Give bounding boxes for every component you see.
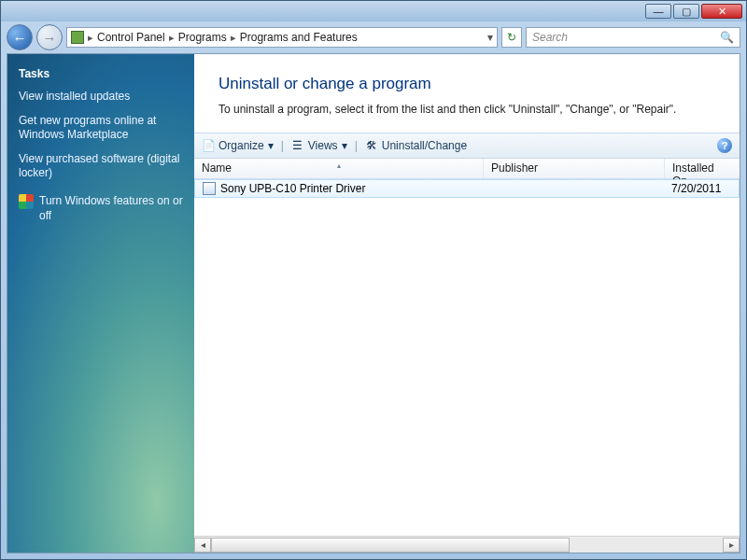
sidebar: Tasks View installed updates Get new pro…: [7, 54, 194, 553]
column-name[interactable]: Name ▴: [194, 159, 484, 178]
scroll-left-button[interactable]: ◂: [194, 538, 211, 553]
search-input[interactable]: Search 🔍: [526, 27, 740, 48]
search-placeholder: Search: [532, 31, 568, 44]
address-dropdown-icon[interactable]: ▾: [487, 31, 493, 44]
sort-asc-icon: ▴: [337, 161, 341, 170]
program-icon: [203, 182, 216, 195]
minimize-button[interactable]: —: [645, 4, 671, 19]
back-arrow-icon: [13, 30, 27, 46]
shield-icon: [19, 194, 34, 209]
views-label: Views: [308, 139, 338, 152]
location-icon: [71, 31, 84, 44]
column-installed-on[interactable]: Installed On: [665, 159, 740, 178]
program-list: Sony UPB-C10 Printer Driver 7/20/2011: [194, 179, 740, 536]
nav-row: ▸ Control Panel ▸ Programs ▸ Programs an…: [1, 21, 746, 53]
task-digital-locker[interactable]: View purchased software (digital locker): [19, 152, 183, 181]
scroll-track[interactable]: [211, 538, 723, 553]
views-button[interactable]: ☰ Views ▾: [291, 139, 347, 152]
content-pane: Uninstall or change a program To uninsta…: [194, 54, 740, 553]
forward-button[interactable]: [36, 24, 63, 50]
maximize-button[interactable]: ▢: [673, 4, 699, 19]
close-button[interactable]: ✕: [701, 4, 742, 19]
forward-arrow-icon: [43, 30, 57, 46]
explorer-window: — ▢ ✕ ▸ Control Panel ▸ Programs ▸ Progr…: [0, 0, 747, 560]
page-title: Uninstall or change a program: [194, 54, 740, 99]
toolbar: 📄 Organize ▾ | ☰ Views ▾ | 🛠 Uninstall/C…: [194, 133, 740, 159]
chevron-right-icon: ▸: [88, 32, 93, 44]
breadcrumb-segment[interactable]: Programs and Features: [240, 31, 358, 44]
help-button[interactable]: ?: [717, 138, 732, 153]
chevron-down-icon: ▾: [268, 139, 274, 152]
uninstall-button[interactable]: 🛠 Uninstall/Change: [365, 139, 467, 152]
scroll-thumb[interactable]: [211, 538, 570, 553]
organize-button[interactable]: 📄 Organize ▾: [202, 139, 274, 152]
organize-icon: 📄: [202, 139, 215, 152]
uninstall-icon: 🛠: [365, 139, 378, 152]
horizontal-scrollbar[interactable]: ◂ ▸: [194, 536, 740, 553]
separator: |: [281, 139, 284, 152]
address-bar[interactable]: ▸ Control Panel ▸ Programs ▸ Programs an…: [66, 27, 498, 48]
breadcrumb-segment[interactable]: Programs: [178, 31, 227, 44]
uninstall-label: Uninstall/Change: [382, 139, 467, 152]
column-headers: Name ▴ Publisher Installed On: [194, 159, 740, 179]
breadcrumb-segment[interactable]: Control Panel: [97, 31, 165, 44]
refresh-button[interactable]: ↻: [501, 27, 522, 48]
task-windows-features[interactable]: Turn Windows features on or off: [39, 194, 183, 223]
separator: |: [355, 139, 358, 152]
program-installed-on: 7/20/2011: [664, 182, 739, 195]
tasks-heading: Tasks: [19, 67, 183, 80]
chevron-right-icon: ▸: [231, 32, 236, 44]
chevron-down-icon: ▾: [342, 139, 347, 152]
column-publisher[interactable]: Publisher: [484, 159, 665, 178]
body: Tasks View installed updates Get new pro…: [7, 53, 740, 553]
list-item[interactable]: Sony UPB-C10 Printer Driver 7/20/2011: [194, 179, 740, 198]
program-name: Sony UPB-C10 Printer Driver: [220, 182, 365, 195]
views-icon: ☰: [291, 139, 304, 152]
search-icon: 🔍: [720, 31, 734, 44]
scroll-right-button[interactable]: ▸: [723, 538, 740, 553]
organize-label: Organize: [218, 139, 264, 152]
page-subtext: To uninstall a program, select it from t…: [194, 99, 740, 133]
task-view-updates[interactable]: View installed updates: [19, 90, 183, 105]
task-marketplace[interactable]: Get new programs online at Windows Marke…: [19, 114, 183, 143]
chevron-right-icon: ▸: [169, 32, 175, 44]
titlebar: — ▢ ✕: [1, 1, 746, 21]
back-button[interactable]: [7, 24, 33, 50]
